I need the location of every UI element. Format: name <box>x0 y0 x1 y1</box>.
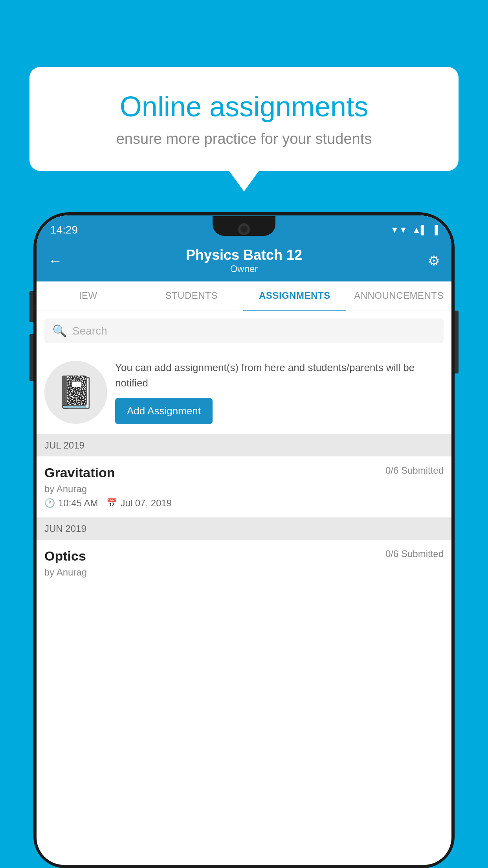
phone-frame: 14:29 ▼▼ ▲▌ ▐ ← Physics Batch 12 Owner ⚙… <box>33 212 455 868</box>
assignment-by-gravitation: by Anurag <box>44 484 444 495</box>
speech-bubble-subtitle: ensure more practice for your students <box>57 131 431 147</box>
search-bar[interactable]: 🔍 Search <box>44 318 444 343</box>
assignment-time-value: 10:45 AM <box>58 498 98 509</box>
assignment-by-optics: by Anurag <box>44 567 444 578</box>
tabs-container: IEW STUDENTS ASSIGNMENTS ANNOUNCEMENTS <box>37 281 451 311</box>
assignment-date-value: Jul 07, 2019 <box>120 498 172 509</box>
add-assignment-section: 📓 You can add assignment(s) from here an… <box>37 350 451 434</box>
speech-bubble-container: Online assignments ensure more practice … <box>29 67 459 171</box>
side-button-left-1 <box>29 291 33 322</box>
assignment-notebook-icon: 📓 <box>56 374 95 411</box>
tab-assignments[interactable]: ASSIGNMENTS <box>243 281 346 311</box>
header-title: Physics Batch 12 <box>186 247 302 263</box>
assignment-info: You can add assignment(s) from here and … <box>115 360 444 424</box>
back-button[interactable]: ← <box>48 252 68 269</box>
status-time: 14:29 <box>50 224 78 236</box>
side-button-right <box>455 311 459 373</box>
assignment-submitted-optics: 0/6 Submitted <box>385 548 444 559</box>
assignment-item-gravitation[interactable]: Gravitation 0/6 Submitted by Anurag 🕐 10… <box>37 456 451 518</box>
assignment-item-optics[interactable]: Optics 0/6 Submitted by Anurag <box>37 540 451 590</box>
assignment-item-header-optics: Optics 0/6 Submitted <box>44 548 444 564</box>
battery-icon: ▐ <box>431 225 438 235</box>
calendar-icon: 📅 <box>106 498 117 508</box>
phone-notch <box>213 216 275 236</box>
phone-outer: 14:29 ▼▼ ▲▌ ▐ ← Physics Batch 12 Owner ⚙… <box>33 212 455 868</box>
tab-iew[interactable]: IEW <box>37 281 140 311</box>
header-center: Physics Batch 12 Owner <box>186 247 302 274</box>
settings-button[interactable]: ⚙ <box>420 253 440 268</box>
add-assignment-button[interactable]: Add Assignment <box>115 398 213 424</box>
assignment-icon-circle: 📓 <box>44 361 107 424</box>
tab-students[interactable]: STUDENTS <box>140 281 243 311</box>
assignment-submitted-gravitation: 0/6 Submitted <box>385 465 444 476</box>
section-header-jul: JUL 2019 <box>37 434 451 456</box>
speech-bubble: Online assignments ensure more practice … <box>29 67 459 171</box>
assignment-date-gravitation: 📅 Jul 07, 2019 <box>106 498 172 509</box>
phone-camera <box>238 223 250 235</box>
wifi-icon: ▼▼ <box>390 225 407 235</box>
header-subtitle: Owner <box>186 263 302 274</box>
signal-icon: ▲▌ <box>412 225 427 235</box>
assignment-meta-gravitation: 🕐 10:45 AM 📅 Jul 07, 2019 <box>44 498 444 509</box>
assignment-time-gravitation: 🕐 10:45 AM <box>44 498 98 509</box>
search-icon: 🔍 <box>52 324 67 338</box>
assignment-name-optics: Optics <box>44 548 86 564</box>
assignment-name-gravitation: Gravitation <box>44 465 115 480</box>
assignment-description: You can add assignment(s) from here and … <box>115 360 444 391</box>
search-input[interactable]: Search <box>72 325 107 337</box>
tab-announcements[interactable]: ANNOUNCEMENTS <box>346 281 451 311</box>
side-button-left-2 <box>29 334 33 381</box>
speech-bubble-title: Online assignments <box>57 90 431 123</box>
status-icons: ▼▼ ▲▌ ▐ <box>390 225 438 235</box>
app-header: ← Physics Batch 12 Owner ⚙ <box>37 241 451 281</box>
clock-icon: 🕐 <box>44 498 55 508</box>
search-container: 🔍 Search <box>37 311 451 350</box>
phone-inner: 14:29 ▼▼ ▲▌ ▐ ← Physics Batch 12 Owner ⚙… <box>37 215 451 865</box>
phone-camera-inner <box>240 226 248 233</box>
assignment-item-header: Gravitation 0/6 Submitted <box>44 465 444 480</box>
section-header-jun: JUN 2019 <box>37 518 451 540</box>
